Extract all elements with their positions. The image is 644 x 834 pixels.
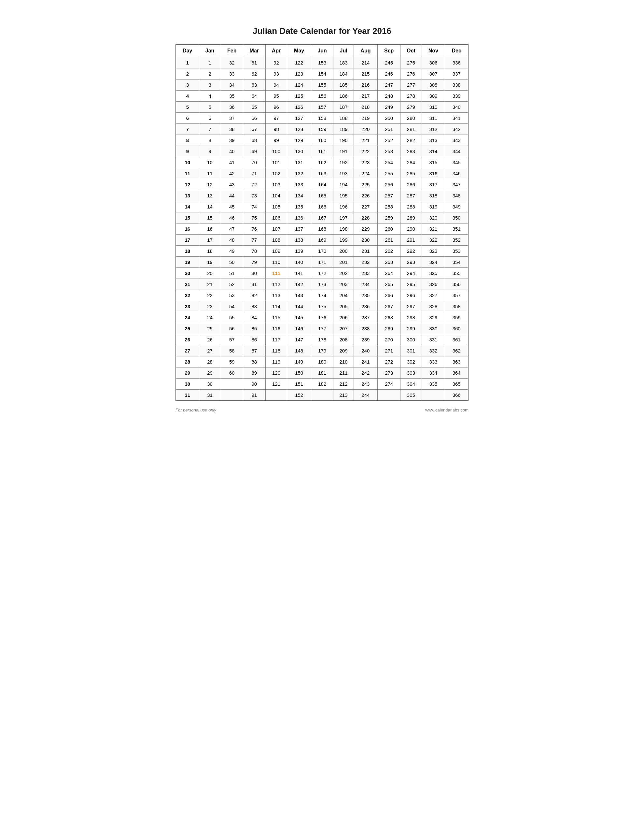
cell-mar-row31: 91 <box>243 390 266 401</box>
cell-jan-row12: 12 <box>199 179 221 190</box>
cell-day-row27: 27 <box>176 345 199 356</box>
cell-aug-row9: 222 <box>353 146 377 157</box>
cell-aug-row11: 224 <box>353 168 377 179</box>
cell-day-row16: 16 <box>176 223 199 234</box>
cell-may-row19: 140 <box>287 257 311 268</box>
table-row: 26265786117147178208239270300331361 <box>176 334 468 345</box>
col-header-jul: Jul <box>333 44 353 57</box>
cell-nov-row12: 317 <box>421 179 445 190</box>
footer: For personal use only www.calendarlabs.c… <box>176 407 468 412</box>
cell-jul-row19: 201 <box>333 257 353 268</box>
cell-day-row7: 7 <box>176 124 199 135</box>
cell-oct-row9: 283 <box>400 146 421 157</box>
cell-jul-row26: 208 <box>333 334 353 345</box>
cell-jul-row20: 202 <box>333 268 353 279</box>
cell-may-row3: 124 <box>287 79 311 91</box>
table-row: 22225382113143174204235266296327357 <box>176 290 468 301</box>
table-row: 10104170101131162192223254284315345 <box>176 157 468 168</box>
cell-day-row9: 9 <box>176 146 199 157</box>
cell-jul-row17: 199 <box>333 234 353 246</box>
cell-jun-row1: 153 <box>311 57 333 68</box>
cell-may-row24: 145 <box>287 312 311 323</box>
cell-jun-row21: 173 <box>311 279 333 290</box>
col-header-jun: Jun <box>311 44 333 57</box>
cell-mar-row19: 79 <box>243 257 266 268</box>
cell-mar-row13: 73 <box>243 190 266 201</box>
cell-jun-row23: 175 <box>311 301 333 312</box>
cell-day-row1: 1 <box>176 57 199 68</box>
cell-jun-row13: 165 <box>311 190 333 201</box>
table-row: 15154675106136167197228259289320350 <box>176 212 468 223</box>
cell-apr-row13: 104 <box>265 190 287 201</box>
cell-oct-row28: 302 <box>400 356 421 367</box>
cell-mar-row10: 70 <box>243 157 266 168</box>
cell-aug-row5: 218 <box>353 102 377 113</box>
cell-day-row10: 10 <box>176 157 199 168</box>
page-container: Julian Date Calendar for Year 2016 Day J… <box>176 26 468 412</box>
cell-jun-row11: 163 <box>311 168 333 179</box>
cell-jun-row22: 174 <box>311 290 333 301</box>
cell-jun-row14: 166 <box>311 201 333 212</box>
cell-jan-row21: 21 <box>199 279 221 290</box>
cell-sep-row30: 274 <box>378 378 400 390</box>
cell-feb-row2: 33 <box>221 68 243 79</box>
cell-may-row25: 146 <box>287 323 311 334</box>
cell-aug-row3: 216 <box>353 79 377 91</box>
cell-aug-row12: 225 <box>353 179 377 190</box>
cell-nov-row4: 309 <box>421 91 445 102</box>
cell-apr-row2: 93 <box>265 68 287 79</box>
cell-jun-row9: 161 <box>311 146 333 157</box>
cell-jan-row30: 30 <box>199 378 221 390</box>
cell-day-row4: 4 <box>176 91 199 102</box>
cell-jan-row28: 28 <box>199 356 221 367</box>
cell-jan-row27: 27 <box>199 345 221 356</box>
cell-apr-row18: 109 <box>265 246 287 257</box>
cell-jun-row24: 176 <box>311 312 333 323</box>
cell-jun-row3: 155 <box>311 79 333 91</box>
cell-day-row17: 17 <box>176 234 199 246</box>
cell-feb-row29: 60 <box>221 367 243 378</box>
cell-aug-row30: 243 <box>353 378 377 390</box>
cell-jan-row23: 23 <box>199 301 221 312</box>
cell-oct-row22: 296 <box>400 290 421 301</box>
cell-may-row6: 127 <box>287 113 311 124</box>
cell-jul-row27: 209 <box>333 345 353 356</box>
cell-aug-row10: 223 <box>353 157 377 168</box>
cell-may-row2: 123 <box>287 68 311 79</box>
cell-feb-row3: 34 <box>221 79 243 91</box>
cell-apr-row23: 114 <box>265 301 287 312</box>
cell-jul-row3: 185 <box>333 79 353 91</box>
cell-apr-row30: 121 <box>265 378 287 390</box>
cell-day-row31: 31 <box>176 390 199 401</box>
cell-may-row18: 139 <box>287 246 311 257</box>
cell-jul-row11: 193 <box>333 168 353 179</box>
col-header-mar: Mar <box>243 44 266 57</box>
cell-aug-row24: 237 <box>353 312 377 323</box>
cell-jun-row17: 169 <box>311 234 333 246</box>
cell-may-row26: 147 <box>287 334 311 345</box>
cell-dec-row7: 342 <box>445 124 468 135</box>
cell-apr-row20: 111 <box>265 268 287 279</box>
cell-apr-row11: 102 <box>265 168 287 179</box>
cell-jan-row13: 13 <box>199 190 221 201</box>
cell-dec-row2: 337 <box>445 68 468 79</box>
cell-dec-row4: 339 <box>445 91 468 102</box>
cell-feb-row6: 37 <box>221 113 243 124</box>
cell-jul-row21: 203 <box>333 279 353 290</box>
cell-dec-row17: 352 <box>445 234 468 246</box>
table-row: 18184978109139170200231262292323353 <box>176 246 468 257</box>
table-row: 12124372103133164194225256286317347 <box>176 179 468 190</box>
cell-jan-row16: 16 <box>199 223 221 234</box>
cell-sep-row19: 263 <box>378 257 400 268</box>
cell-mar-row9: 69 <box>243 146 266 157</box>
cell-jan-row31: 31 <box>199 390 221 401</box>
cell-jul-row25: 207 <box>333 323 353 334</box>
cell-oct-row3: 277 <box>400 79 421 91</box>
table-row: 23235483114144175205236267297328358 <box>176 301 468 312</box>
cell-mar-row3: 63 <box>243 79 266 91</box>
cell-dec-row8: 343 <box>445 135 468 146</box>
table-row: 19195079110140171201232263293324354 <box>176 257 468 268</box>
cell-may-row13: 134 <box>287 190 311 201</box>
cell-may-row12: 133 <box>287 179 311 190</box>
cell-feb-row21: 52 <box>221 279 243 290</box>
